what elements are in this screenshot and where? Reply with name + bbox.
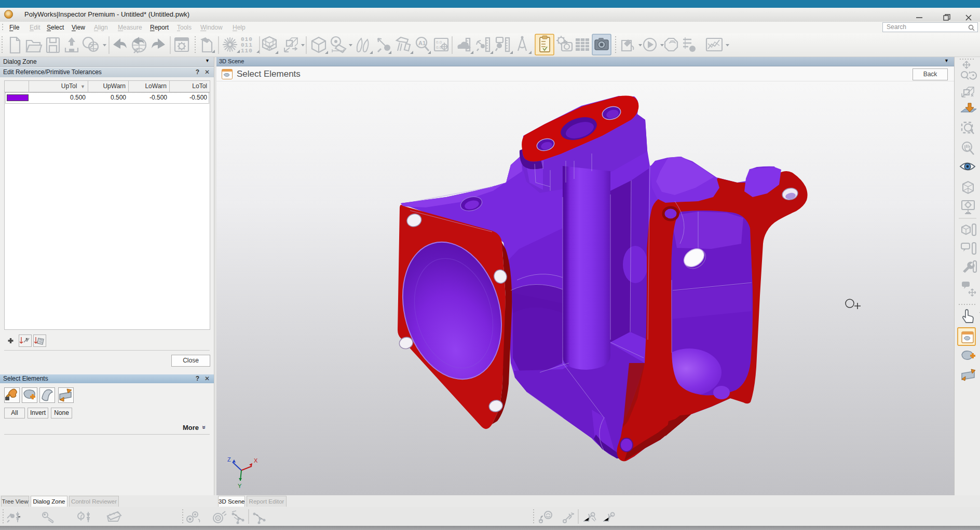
svg-text:A1: A1 [418, 40, 426, 46]
svg-text:0.0: 0.0 [436, 40, 442, 45]
svg-text:110: 110 [241, 48, 253, 54]
svg-text:Z: Z [227, 456, 231, 463]
svg-text:X: X [254, 457, 258, 464]
svg-text:0.0: 0.0 [436, 45, 442, 50]
svg-text:Y: Y [238, 483, 242, 489]
